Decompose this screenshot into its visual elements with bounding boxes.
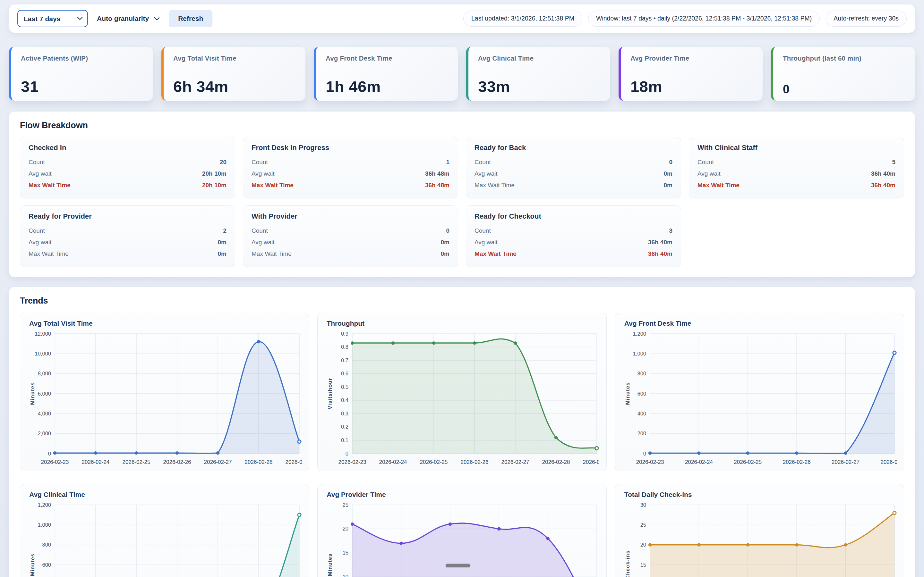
svg-text:200: 200 bbox=[637, 430, 646, 436]
line-chart-throughput: 00.10.20.30.40.50.60.70.80.92026-02-2320… bbox=[325, 330, 599, 468]
svg-text:10: 10 bbox=[342, 574, 349, 577]
trend-chart-total-daily-check-ins: Total Daily Check-ins 0510152025302026-0… bbox=[615, 484, 904, 577]
svg-text:2026-02-27: 2026-02-27 bbox=[501, 459, 529, 465]
kpi-card-avg-provider-time: Avg Provider Time 18m bbox=[619, 47, 762, 101]
kpi-label: Avg Front Desk Time bbox=[326, 55, 448, 62]
kpi-card-active-patients: Active Patients (WIP) 31 bbox=[9, 47, 153, 101]
kpi-card-avg-total-visit-time: Avg Total Visit Time 6h 34m bbox=[162, 47, 305, 101]
svg-text:2026-02-23: 2026-02-23 bbox=[338, 459, 367, 465]
svg-text:600: 600 bbox=[42, 562, 51, 568]
chart-title: Throughput bbox=[326, 319, 599, 327]
flow-card-front-desk-in-progress: Front Desk In Progress Count1 Avg wait36… bbox=[243, 137, 458, 198]
chart-title: Avg Total Visit Time bbox=[29, 319, 302, 327]
flow-card-ready-for-back: Ready for Back Count0 Avg wait0m Max Wai… bbox=[466, 137, 681, 198]
flow-row-avg-wait: Avg wait36h 40m bbox=[475, 237, 672, 248]
svg-text:1,000: 1,000 bbox=[38, 522, 51, 528]
auto-refresh-badge: Auto-refresh: every 30s bbox=[825, 11, 907, 27]
svg-text:15: 15 bbox=[342, 550, 349, 556]
svg-text:2026-02-23: 2026-02-23 bbox=[41, 459, 69, 465]
kpi-value: 6h 34m bbox=[173, 77, 228, 95]
svg-text:8,000: 8,000 bbox=[38, 371, 51, 376]
flow-row-max-wait: Max Wait Time36h 40m bbox=[698, 179, 895, 191]
svg-text:2026-03-01: 2026-03-01 bbox=[286, 459, 302, 465]
chart-title: Avg Front Desk Time bbox=[624, 319, 897, 327]
trend-chart-avg-front-desk-time: Avg Front Desk Time 02004006008001,0001,… bbox=[615, 313, 904, 471]
flow-card-ready-for-provider: Ready for Provider Count2 Avg wait0m Max… bbox=[20, 205, 235, 267]
chart-svg: 0510152025302026-02-232026-02-242026-02-… bbox=[622, 501, 897, 577]
flow-card-checked-in: Checked In Count20 Avg wait20h 10m Max W… bbox=[20, 137, 235, 198]
svg-text:2026-02-25: 2026-02-25 bbox=[734, 459, 762, 465]
kpi-label: Avg Clinical Time bbox=[478, 55, 601, 62]
toolbar-status: Last updated: 3/1/2026, 12:51:38 PM Wind… bbox=[463, 11, 907, 27]
kpi-label: Avg Provider Time bbox=[630, 55, 753, 62]
kpi-label: Throughput (last 60 min) bbox=[783, 55, 905, 62]
time-range-select[interactable]: Last 7 days bbox=[17, 10, 88, 27]
svg-text:600: 600 bbox=[637, 391, 646, 396]
flow-card-with-clinical-staff: With Clinical Staff Count5 Avg wait36h 4… bbox=[689, 137, 904, 198]
line-chart-total-daily-check-ins: 0510152025302026-02-232026-02-242026-02-… bbox=[622, 501, 897, 577]
trend-chart-avg-clinical-time: Avg Clinical Time 02004006008001,0001,20… bbox=[20, 484, 309, 577]
kpi-card-avg-front-desk-time: Avg Front Desk Time 1h 46m bbox=[314, 47, 458, 101]
svg-text:0: 0 bbox=[48, 451, 51, 456]
svg-text:2026-02-28: 2026-02-28 bbox=[880, 459, 897, 465]
trend-chart-avg-total-visit-time: Avg Total Visit Time 02,0004,0006,0008,0… bbox=[20, 313, 309, 471]
flow-card-title: Checked In bbox=[29, 143, 226, 152]
svg-text:12,000: 12,000 bbox=[35, 331, 51, 337]
svg-text:30: 30 bbox=[640, 502, 646, 508]
svg-text:0: 0 bbox=[643, 451, 646, 456]
svg-text:0.2: 0.2 bbox=[341, 424, 349, 430]
svg-text:25: 25 bbox=[640, 522, 646, 528]
flow-row-count: Count0 bbox=[475, 156, 672, 168]
flow-row-count: Count5 bbox=[698, 156, 895, 168]
svg-text:Minutes: Minutes bbox=[625, 382, 631, 405]
flow-grid: Checked In Count20 Avg wait20h 10m Max W… bbox=[20, 137, 904, 267]
trend-chart-throughput: Throughput 00.10.20.30.40.50.60.70.80.92… bbox=[317, 313, 606, 471]
kpi-row: Active Patients (WIP) 31 Avg Total Visit… bbox=[9, 47, 915, 101]
refresh-button[interactable]: Refresh bbox=[169, 10, 212, 27]
time-range-select-wrap: Last 7 days bbox=[17, 10, 88, 27]
chart-title: Avg Provider Time bbox=[326, 491, 599, 498]
toolbar-controls: Last 7 days Auto granularity Refresh bbox=[17, 10, 212, 27]
svg-text:6,000: 6,000 bbox=[38, 391, 51, 396]
chart-title: Avg Clinical Time bbox=[29, 491, 302, 498]
chart-svg: 02004006008001,0001,2002026-02-232026-02… bbox=[622, 330, 897, 468]
flow-row-avg-wait: Avg wait36h 40m bbox=[698, 168, 895, 179]
svg-text:20: 20 bbox=[342, 526, 349, 532]
flow-row-avg-wait: Avg wait36h 48m bbox=[252, 168, 449, 179]
svg-text:10,000: 10,000 bbox=[35, 351, 51, 356]
granularity-select[interactable]: Auto granularity bbox=[97, 15, 160, 23]
flow-card-title: With Provider bbox=[252, 212, 449, 221]
svg-text:800: 800 bbox=[637, 371, 646, 376]
flow-card-title: Ready for Back bbox=[475, 143, 672, 152]
svg-text:2026-02-24: 2026-02-24 bbox=[685, 459, 713, 465]
svg-text:2026-02-23: 2026-02-23 bbox=[636, 459, 664, 465]
flow-card-title: Front Desk In Progress bbox=[252, 143, 449, 152]
svg-text:Minutes: Minutes bbox=[327, 553, 333, 576]
svg-text:2026-02-26: 2026-02-26 bbox=[163, 459, 191, 465]
kpi-label: Avg Total Visit Time bbox=[173, 55, 296, 62]
kpi-value: 18m bbox=[630, 77, 662, 95]
svg-text:0.6: 0.6 bbox=[341, 371, 349, 376]
trends-title: Trends bbox=[20, 296, 904, 306]
granularity-label: Auto granularity bbox=[97, 15, 149, 23]
last-updated-badge: Last updated: 3/1/2026, 12:51:38 PM bbox=[463, 11, 582, 27]
svg-text:1,200: 1,200 bbox=[633, 331, 646, 337]
svg-text:0.5: 0.5 bbox=[341, 384, 349, 390]
flow-row-max-wait: Max Wait Time0m bbox=[29, 248, 226, 259]
svg-text:1,000: 1,000 bbox=[633, 351, 646, 356]
svg-text:Visits/hour: Visits/hour bbox=[327, 378, 333, 410]
svg-text:0.4: 0.4 bbox=[341, 397, 349, 403]
horizontal-scrollbar-thumb[interactable] bbox=[445, 563, 471, 568]
flow-card-title: With Clinical Staff bbox=[698, 143, 895, 152]
flow-row-max-wait: Max Wait Time36h 40m bbox=[475, 248, 672, 259]
svg-text:2026-02-24: 2026-02-24 bbox=[82, 459, 110, 465]
flow-card-with-provider: With Provider Count0 Avg wait0m Max Wait… bbox=[243, 205, 458, 267]
svg-text:Check-ins: Check-ins bbox=[625, 550, 631, 577]
svg-text:0.9: 0.9 bbox=[341, 331, 349, 337]
svg-text:2026-03-01: 2026-03-01 bbox=[583, 459, 599, 465]
kpi-card-throughput: Throughput (last 60 min) 0 bbox=[771, 47, 915, 101]
flow-row-count: Count1 bbox=[252, 156, 449, 168]
line-chart-avg-total-visit-time: 02,0004,0006,0008,00010,00012,0002026-02… bbox=[27, 330, 302, 468]
flow-row-max-wait: Max Wait Time36h 48m bbox=[252, 179, 449, 191]
flow-row-avg-wait: Avg wait20h 10m bbox=[29, 168, 226, 179]
